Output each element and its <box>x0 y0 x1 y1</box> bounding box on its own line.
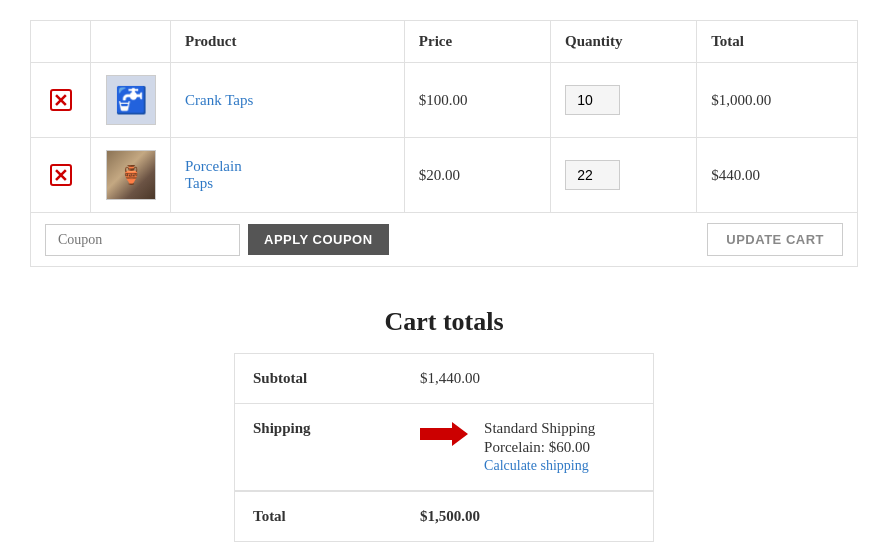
col-header-remove <box>31 21 91 63</box>
shipping-option: Standard Shipping <box>484 420 595 437</box>
product-link[interactable]: PorcelainTaps <box>185 158 242 191</box>
shipping-cell: Standard Shipping Porcelain: $60.00 Calc… <box>402 404 653 492</box>
coupon-left: APPLY COUPON <box>45 224 389 256</box>
shipping-row: Shipping Standard Shipping Porcelain: $6… <box>235 404 654 492</box>
calculate-shipping-link[interactable]: Calculate shipping <box>484 458 595 474</box>
subtotal-value: $1,440.00 <box>402 354 653 404</box>
total-label: Total <box>235 491 403 542</box>
total-value: $1,500.00 <box>402 491 653 542</box>
col-header-price: Price <box>404 21 550 63</box>
cart-table: Product Price Quantity Total ✕ 🚰 Crank T… <box>30 20 858 213</box>
table-row: ✕ 🏺 PorcelainTaps $20.00 $440.00 <box>31 138 858 213</box>
product-cell: Crank Taps <box>171 63 405 138</box>
product-link[interactable]: Crank Taps <box>185 92 253 108</box>
shipping-text-block: Standard Shipping Porcelain: $60.00 Calc… <box>484 420 595 474</box>
shipping-info: Standard Shipping Porcelain: $60.00 Calc… <box>420 420 635 474</box>
shipping-cost: Porcelain: $60.00 <box>484 439 595 456</box>
quantity-input[interactable] <box>565 85 620 115</box>
remove-button[interactable]: ✕ <box>50 89 72 111</box>
price-cell: $20.00 <box>404 138 550 213</box>
subtotal-row: Subtotal $1,440.00 <box>235 354 654 404</box>
update-cart-button[interactable]: UPDATE CART <box>707 223 843 256</box>
col-header-total: Total <box>697 21 858 63</box>
image-cell: 🚰 <box>91 63 171 138</box>
quantity-input[interactable] <box>565 160 620 190</box>
shipping-arrow-icon <box>420 420 468 453</box>
table-row: ✕ 🚰 Crank Taps $100.00 $1,000.00 <box>31 63 858 138</box>
product-image: 🏺 <box>106 150 156 200</box>
col-header-product: Product <box>171 21 405 63</box>
product-image: 🚰 <box>106 75 156 125</box>
cart-totals-section: Cart totals Subtotal $1,440.00 Shipping <box>30 307 858 542</box>
remove-cell: ✕ <box>31 138 91 213</box>
col-header-quantity: Quantity <box>551 21 697 63</box>
apply-coupon-button[interactable]: APPLY COUPON <box>248 224 389 255</box>
cart-totals-wrapper: Cart totals Subtotal $1,440.00 Shipping <box>234 307 654 542</box>
qty-cell <box>551 138 697 213</box>
totals-table: Subtotal $1,440.00 Shipping <box>234 353 654 542</box>
total-row: Total $1,500.00 <box>235 491 654 542</box>
total-cell: $1,000.00 <box>697 63 858 138</box>
product-cell: PorcelainTaps <box>171 138 405 213</box>
svg-marker-0 <box>420 422 468 446</box>
col-header-image <box>91 21 171 63</box>
remove-cell: ✕ <box>31 63 91 138</box>
update-cart-right: UPDATE CART <box>707 223 843 256</box>
coupon-input[interactable] <box>45 224 240 256</box>
coupon-row: APPLY COUPON UPDATE CART <box>30 213 858 267</box>
cart-totals-title: Cart totals <box>234 307 654 337</box>
image-cell: 🏺 <box>91 138 171 213</box>
total-cell: $440.00 <box>697 138 858 213</box>
qty-cell <box>551 63 697 138</box>
shipping-label: Shipping <box>235 404 403 492</box>
remove-button[interactable]: ✕ <box>50 164 72 186</box>
subtotal-label: Subtotal <box>235 354 403 404</box>
price-cell: $100.00 <box>404 63 550 138</box>
